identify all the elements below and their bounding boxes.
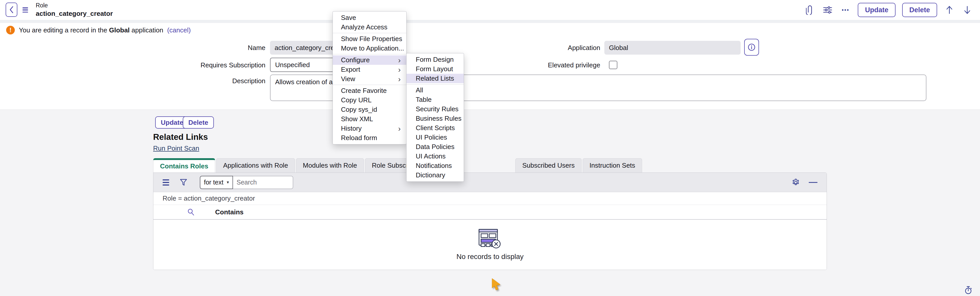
attachment-button[interactable] [804, 4, 815, 16]
menu-item-reload-form[interactable]: Reload form [333, 133, 406, 143]
menu-separator [333, 54, 406, 54]
tab-modules-with-role[interactable]: Modules with Role [296, 158, 364, 172]
menu-item-create-favorite[interactable]: Create Favorite [333, 86, 406, 95]
list-menu-icon[interactable] [162, 179, 169, 186]
column-header-contains[interactable]: Contains [215, 208, 243, 216]
search-field-select[interactable]: for text ▾ [200, 176, 233, 189]
tab-subscribed-users[interactable]: Subscribed Users [515, 158, 581, 172]
menu-item-configure[interactable]: Configure› [333, 56, 406, 65]
submenu-chevron-icon: › [398, 124, 401, 133]
empty-state: No records to display [153, 220, 827, 270]
editing-application-banner: ! You are editing a record in the Global… [0, 23, 980, 37]
menu-item-all[interactable]: All [407, 86, 464, 95]
personalize-form-button[interactable] [822, 4, 833, 16]
context-menu: SaveAnalyze AccessShow File PropertiesMo… [332, 11, 407, 145]
elevated-privilege-checkbox[interactable] [609, 61, 617, 69]
paperclip-icon [806, 5, 814, 15]
delete-button[interactable]: Delete [183, 116, 214, 129]
menu-item-show-xml[interactable]: Show XML [333, 114, 406, 124]
list-controls-row: for text ▾ [153, 173, 827, 192]
banner-text-before: You are editing a record in the [19, 26, 107, 34]
description-label: Description [163, 77, 266, 85]
form-context-menu-icon[interactable] [22, 6, 29, 13]
column-search-icon[interactable] [187, 208, 195, 216]
update-button-header[interactable]: Update [858, 3, 896, 17]
menu-item-dictionary[interactable]: Dictionary [407, 170, 464, 180]
record-name: action_category_creator [36, 10, 113, 18]
menu-item-copy-sys-id[interactable]: Copy sys_id [333, 105, 406, 114]
list-breadcrumb-row: Role = action_category_creator [153, 192, 827, 205]
menu-item-move-to-application[interactable]: Move to Application... [333, 44, 406, 53]
menu-item-notifications[interactable]: Notifications [407, 161, 464, 170]
no-records-text: No records to display [456, 253, 523, 261]
response-time-icon [964, 286, 972, 294]
application-info-button[interactable] [744, 39, 759, 56]
page-title: Role [36, 2, 113, 9]
related-list-container: for text ▾ Role = action_category_creato… [153, 172, 827, 270]
submenu-chevron-icon: › [398, 65, 401, 74]
elevated-privilege-label: Elevated privilege [498, 61, 600, 69]
submenu-chevron-icon: › [398, 74, 401, 84]
banner-app-name: Global [109, 26, 130, 34]
list-settings-gear-icon[interactable] [791, 178, 800, 187]
menu-item-ui-actions[interactable]: UI Actions [407, 151, 464, 161]
menu-item-form-design[interactable]: Form Design [407, 55, 464, 64]
application-label: Application [498, 44, 600, 52]
delete-button-header[interactable]: Delete [902, 3, 937, 17]
menu-item-show-file-properties[interactable]: Show File Properties [333, 34, 406, 44]
name-label: Name [163, 44, 266, 52]
menu-item-form-layout[interactable]: Form Layout [407, 64, 464, 74]
menu-item-analyze-access[interactable]: Analyze Access [333, 22, 406, 32]
menu-item-client-scripts[interactable]: Client Scripts [407, 123, 464, 133]
related-links-heading: Related Links [153, 132, 208, 142]
menu-item-export[interactable]: Export› [333, 65, 406, 74]
related-list-tabs: Contains RolesApplications with RoleModu… [153, 158, 642, 172]
menu-item-ui-policies[interactable]: UI Policies [407, 133, 464, 142]
mouse-cursor [490, 276, 503, 293]
menu-separator [407, 84, 464, 84]
configure-submenu: Form DesignForm LayoutRelated ListsAllTa… [406, 53, 464, 182]
banner-text-after: application [131, 26, 163, 34]
tab-contains-roles[interactable]: Contains Roles [153, 158, 215, 172]
menu-item-security-rules[interactable]: Security Rules [407, 104, 464, 114]
menu-item-related-lists[interactable]: Related Lists [407, 74, 464, 83]
breadcrumb[interactable]: Role = action_category_creator [162, 194, 255, 202]
header-divider [0, 20, 980, 23]
more-options-button[interactable]: ••• [840, 4, 851, 16]
caret-down-icon: ▾ [227, 180, 229, 185]
run-point-scan-link[interactable]: Run Point Scan [153, 145, 199, 152]
requires-subscription-label: Requires Subscription [163, 61, 266, 69]
menu-item-view[interactable]: View› [333, 74, 406, 84]
menu-item-copy-url[interactable]: Copy URL [333, 95, 406, 105]
list-header-row: Contains [153, 205, 827, 220]
menu-item-history[interactable]: History› [333, 124, 406, 133]
menu-item-save[interactable]: Save [333, 13, 406, 22]
next-record-button[interactable] [962, 4, 973, 16]
submenu-chevron-icon: › [398, 56, 401, 65]
menu-item-data-policies[interactable]: Data Policies [407, 142, 464, 151]
tab-applications-with-role[interactable]: Applications with Role [216, 158, 295, 172]
filter-icon[interactable] [180, 179, 187, 186]
previous-record-button[interactable] [944, 4, 955, 16]
collapse-list-icon[interactable] [809, 181, 818, 183]
menu-item-business-rules[interactable]: Business Rules [407, 114, 464, 123]
arrow-down-icon [964, 6, 970, 14]
application-field[interactable]: Global [605, 41, 741, 55]
cancel-link[interactable]: (cancel) [167, 26, 191, 34]
no-records-icon [478, 229, 502, 249]
info-icon [748, 43, 756, 51]
chevron-left-icon [9, 6, 14, 14]
ellipsis-icon: ••• [842, 7, 850, 13]
list-search-input[interactable] [233, 176, 293, 189]
menu-item-table[interactable]: Table [407, 95, 464, 104]
back-button[interactable] [6, 3, 18, 17]
warning-icon: ! [6, 26, 15, 35]
tab-instruction-sets[interactable]: Instruction Sets [583, 158, 642, 172]
sliders-icon [823, 6, 832, 14]
arrow-up-icon [946, 6, 953, 14]
